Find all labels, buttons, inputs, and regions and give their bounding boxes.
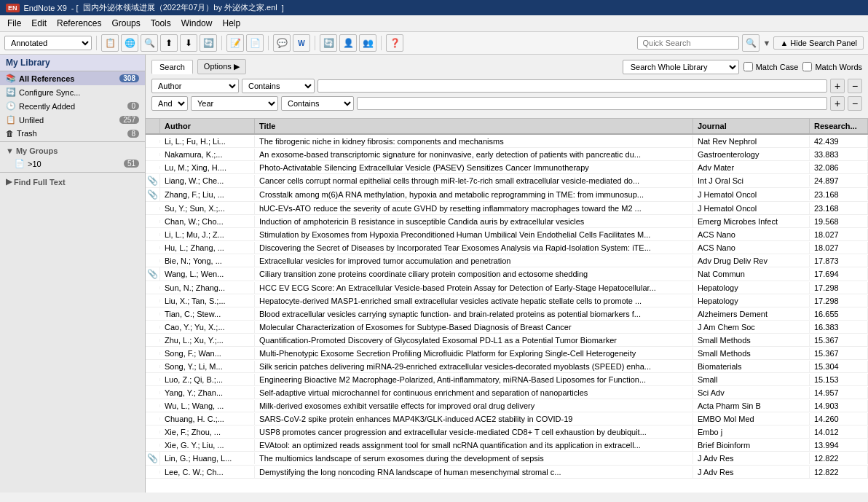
table-row[interactable]: Cao, Y.; Yu, X.;... Molecular Characteri… xyxy=(146,321,868,334)
table-row[interactable]: 📎 Lin, G.; Huang, L... The multiomics la… xyxy=(146,452,868,466)
sidebar-divider-1 xyxy=(0,141,145,142)
table-row[interactable]: Nakamura, K.;... An exosome-based transc… xyxy=(146,148,868,161)
help-btn[interactable]: ❓ xyxy=(386,34,403,52)
table-row[interactable]: Tian, C.; Stew... Blood extracellular ve… xyxy=(146,307,868,321)
th-title[interactable]: Title xyxy=(255,119,693,133)
table-row[interactable]: 📎 Liang, W.; Che... Cancer cells corrupt… xyxy=(146,174,868,188)
table-row[interactable]: Wu, L.; Wang, ... Milk-derived exosomes … xyxy=(146,399,868,412)
search-value-2[interactable] xyxy=(357,97,827,110)
search-remove-row-1-btn[interactable]: − xyxy=(848,79,862,93)
my-groups-expand-icon[interactable]: ▼ xyxy=(6,146,14,155)
row-attachment-15 xyxy=(146,339,160,342)
table-row[interactable]: Sun, N.; Zhang... HCC EV ECG Score: An E… xyxy=(146,281,868,294)
search-dropdown-btn[interactable]: ▼ xyxy=(762,39,770,47)
table-row[interactable]: 📎 Zhang, F.; Liu, ... Crosstalk among m(… xyxy=(146,188,868,202)
match-case-checkbox[interactable] xyxy=(743,62,753,71)
quick-search-input[interactable] xyxy=(637,36,739,50)
sidebar-item-trash[interactable]: 🗑 Trash 8 xyxy=(0,127,145,140)
new-reference-btn[interactable]: 📋 xyxy=(101,34,119,52)
menu-window[interactable]: Window xyxy=(177,17,217,30)
row-author-1: Nakamura, K.;... xyxy=(160,149,255,160)
search-tab[interactable]: Search xyxy=(151,60,193,74)
menu-file[interactable]: File xyxy=(3,17,25,30)
menu-edit[interactable]: Edit xyxy=(27,17,51,30)
recently-added-icon: 🕒 xyxy=(6,101,16,111)
row-title-5: hUC-EVs-ATO reduce the severity of acute… xyxy=(255,203,693,214)
row-journal-6: Emerg Microbes Infect xyxy=(693,216,810,227)
table-row[interactable]: Luo, Z.; Qi, B.;... Engineering Bioactiv… xyxy=(146,373,868,386)
sidebar-item-unfiled[interactable]: 📋 Unfiled 257 xyxy=(0,113,145,127)
search-scope-select[interactable]: Search Whole Library Search Selected Gro… xyxy=(623,60,739,74)
table-row[interactable]: Bie, N.; Yong, ... Extracellular vesicle… xyxy=(146,254,868,267)
th-author[interactable]: Author xyxy=(160,119,255,133)
search-field-1[interactable]: AuthorTitleYearJournal xyxy=(151,79,239,93)
row-journal-8: ACS Nano xyxy=(693,242,810,254)
export-btn[interactable]: ⬇ xyxy=(180,34,197,52)
user-btn[interactable]: 👤 xyxy=(339,34,357,52)
table-row[interactable]: Zhu, L.; Xu, Y.;... Quantification-Promo… xyxy=(146,334,868,347)
table-row[interactable]: Li, L.; Mu, J.; Z... Stimulation by Exos… xyxy=(146,228,868,241)
menu-help[interactable]: Help xyxy=(218,17,245,30)
table-row[interactable]: Xie, F.; Zhou, ... USP8 promotes cancer … xyxy=(146,425,868,439)
table-row[interactable]: Song, F.; Wan... Multi-Phenotypic Exosom… xyxy=(146,347,868,360)
th-research[interactable]: Research... xyxy=(810,119,868,133)
th-journal[interactable]: Journal xyxy=(693,119,810,133)
sync-btn[interactable]: 🔄 xyxy=(200,34,217,52)
search-remove-row-2-btn[interactable]: − xyxy=(848,96,862,111)
table-row[interactable]: Hu, L.; Zhang, ... Discovering the Secre… xyxy=(146,241,868,254)
word-btn[interactable]: W xyxy=(293,34,310,52)
search-value-1[interactable] xyxy=(317,79,827,93)
group-dropdown[interactable]: Annotated xyxy=(4,36,92,50)
my-library-header: My Library xyxy=(0,55,145,71)
app-icon: EN xyxy=(6,4,20,12)
row-research-16: 15.367 xyxy=(810,348,868,359)
search-field-2[interactable]: YearAuthorTitleJournal xyxy=(191,96,278,111)
search-condition-1[interactable]: ContainsIsIs not xyxy=(242,79,315,93)
match-words-checkbox[interactable] xyxy=(802,62,812,71)
menu-references[interactable]: References xyxy=(52,17,106,30)
table-row[interactable]: Chan, W.; Cho... Induction of amphoteric… xyxy=(146,215,868,228)
search-andor-2[interactable]: AndOrNot xyxy=(151,96,188,111)
online-search-btn[interactable]: 🌐 xyxy=(121,34,138,52)
table-row[interactable]: Chuang, H. C.;... SARS-CoV-2 spike prote… xyxy=(146,412,868,425)
cite-btn[interactable]: 💬 xyxy=(273,34,291,52)
refresh-btn[interactable]: 🔄 xyxy=(320,34,337,52)
search-condition-2[interactable]: ContainsIsIs not xyxy=(281,96,354,111)
table-row[interactable]: Xie, G. Y.; Liu, ... EVAtool: an optimiz… xyxy=(146,439,868,452)
sidebar-item-gt10[interactable]: 📄 >10 51 xyxy=(0,157,145,170)
table-row[interactable]: Su, Y.; Sun, X.;... hUC-EVs-ATO reduce t… xyxy=(146,202,868,215)
table-row[interactable]: Song, Y.; Li, M... Silk sericin patches … xyxy=(146,360,868,373)
edit-ref-btn[interactable]: 📝 xyxy=(226,34,244,52)
find-full-text-btn[interactable]: 🔍 xyxy=(141,34,158,52)
search-add-row-2-btn[interactable]: + xyxy=(830,96,845,111)
hide-panel-btn[interactable]: ▲ Hide Search Panel xyxy=(773,36,864,50)
table-row[interactable]: Liu, X.; Tan, S.;... Hepatocyte-derived … xyxy=(146,294,868,307)
sidebar-divider-2 xyxy=(0,172,145,173)
sidebar-item-configure-sync[interactable]: 🔄 Configure Sync... xyxy=(0,85,145,99)
th-attachment[interactable] xyxy=(146,119,160,133)
menu-groups[interactable]: Groups xyxy=(107,17,144,30)
menu-tools[interactable]: Tools xyxy=(146,17,175,30)
table-row[interactable]: 📎 Wang, L.; Wen... Ciliary transition zo… xyxy=(146,267,868,281)
my-groups-label: My Groups xyxy=(16,146,58,155)
import-btn[interactable]: ⬆ xyxy=(160,34,178,52)
row-title-20: Milk-derived exosomes exhibit versatile … xyxy=(255,400,693,412)
search-add-row-1-btn[interactable]: + xyxy=(830,79,845,93)
sidebar-item-recently-added[interactable]: 🕒 Recently Added 0 xyxy=(0,99,145,113)
table-row[interactable]: Lu, M.; Xing, H.... Photo-Activatable Si… xyxy=(146,161,868,174)
options-btn[interactable]: Options ▶ xyxy=(197,59,246,74)
quick-search-btn[interactable]: 🔍 xyxy=(742,34,760,52)
group-btn[interactable]: 👥 xyxy=(359,34,376,52)
pdf-btn[interactable]: 📄 xyxy=(246,34,264,52)
table-row[interactable]: Li, L.; Fu, H.; Li... The fibrogenic nic… xyxy=(146,135,868,148)
find-full-text-header[interactable]: ▶ Find Full Text xyxy=(0,174,145,188)
sidebar-item-all-references[interactable]: 📚 All References 308 xyxy=(0,71,145,85)
find-full-text-expand-icon[interactable]: ▶ xyxy=(6,177,12,187)
row-journal-11: Hepatology xyxy=(693,282,810,294)
table-row[interactable]: Lee, C. W.; Ch... Demystifying the long … xyxy=(146,466,868,479)
row-author-0: Li, L.; Fu, H.; Li... xyxy=(160,136,255,147)
references-table: Author Title Journal Research... Li, L.;… xyxy=(146,119,868,493)
row-author-3: Liang, W.; Che... xyxy=(160,175,255,187)
table-row[interactable]: Yang, Y.; Zhan... Self-adaptive virtual … xyxy=(146,386,868,399)
row-title-22: USP8 promotes cancer progression and ext… xyxy=(255,426,693,438)
